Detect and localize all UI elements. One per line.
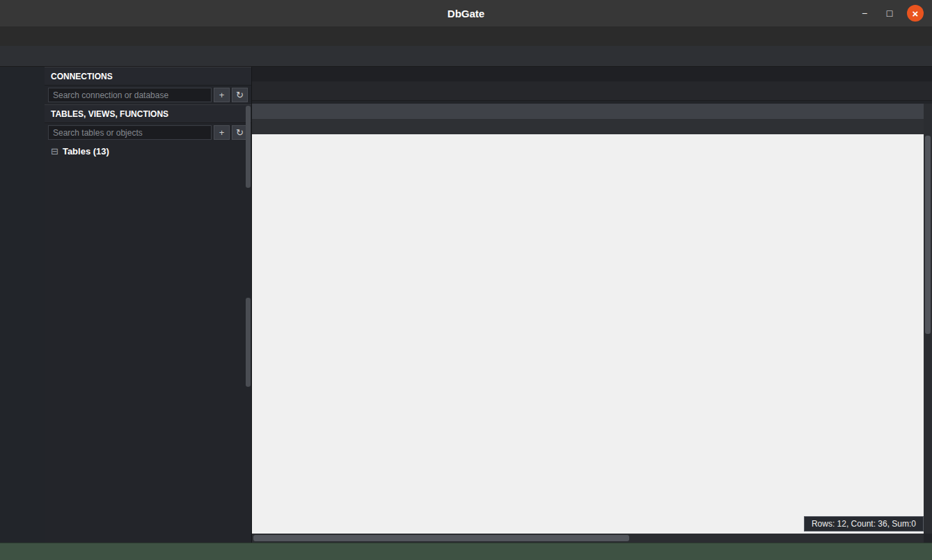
window-controls: − □ ×	[857, 5, 932, 22]
icon-sidebar	[0, 67, 45, 543]
maximize-button[interactable]: □	[882, 6, 897, 21]
tables-list	[45, 160, 251, 543]
window-title: DbGate	[0, 8, 932, 19]
main-area: Rows: 12, Count: 36, Sum:0	[252, 67, 932, 543]
connections-scrollbar[interactable]	[246, 106, 251, 188]
left-panel: CONNECTIONS + ↻ TABLES, VIEWS, FUNCTIONS…	[45, 67, 252, 543]
tables-group-row[interactable]: ⊟ Tables (13)	[45, 142, 251, 160]
vertical-scrollbar-thumb[interactable]	[925, 136, 931, 334]
toolbar	[0, 46, 932, 67]
grid-body: Rows: 12, Count: 36, Sum:0	[252, 134, 932, 534]
connections-title: CONNECTIONS	[51, 72, 113, 81]
file-tabs	[252, 81, 932, 101]
data-grid: Rows: 12, Count: 36, Sum:0	[252, 101, 932, 543]
collapse-icon: ⊟	[51, 146, 58, 157]
grid-filter-row	[252, 119, 932, 134]
tables-group-label: Tables (13)	[63, 146, 109, 157]
tables-add-button[interactable]: +	[214, 125, 230, 140]
dbgate-window: DbGate − □ × CONNECTIONS + ↻ TABLES, VIE…	[0, 0, 932, 560]
grid-header-row	[252, 104, 932, 119]
tables-search-input[interactable]	[48, 125, 212, 140]
database-tab-groups	[252, 67, 932, 81]
minimize-button[interactable]: −	[857, 6, 872, 21]
horizontal-scrollbar-thumb[interactable]	[253, 535, 629, 541]
tables-scrollbar[interactable]	[246, 298, 251, 387]
connections-search-input[interactable]	[48, 88, 212, 102]
selection-stats-overlay: Rows: 12, Count: 36, Sum:0	[804, 516, 924, 531]
app-body: CONNECTIONS + ↻ TABLES, VIEWS, FUNCTIONS…	[0, 67, 932, 543]
connections-panel-header: CONNECTIONS	[45, 67, 251, 86]
connections-refresh-button[interactable]: ↻	[232, 88, 248, 102]
connections-add-button[interactable]: +	[214, 88, 230, 102]
titlebar: DbGate − □ ×	[0, 0, 932, 26]
vertical-scrollbar[interactable]	[924, 104, 932, 534]
horizontal-scrollbar[interactable]	[252, 534, 924, 543]
tables-title: TABLES, VIEWS, FUNCTIONS	[51, 109, 168, 119]
tables-panel-header: TABLES, VIEWS, FUNCTIONS	[45, 104, 251, 123]
connections-search-row: + ↻	[45, 86, 251, 104]
close-button[interactable]: ×	[907, 5, 924, 22]
statusbar	[0, 543, 932, 560]
menubar	[0, 26, 932, 46]
tables-search-row: + ↻	[45, 123, 251, 142]
